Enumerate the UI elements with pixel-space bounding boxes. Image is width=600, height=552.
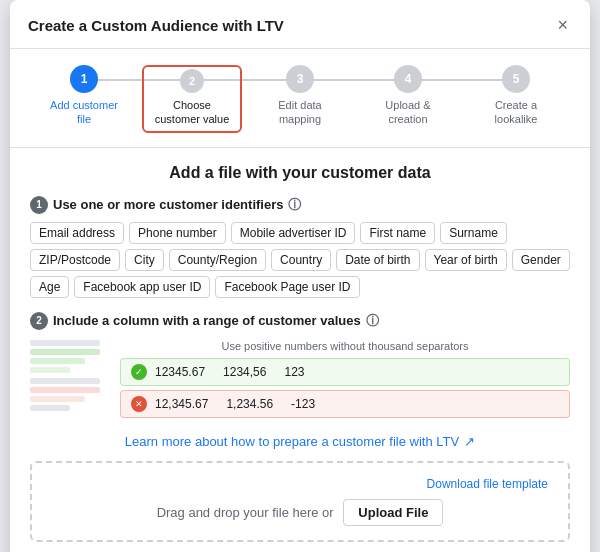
- info-icon[interactable]: ⓘ: [288, 196, 301, 214]
- ltv-info-icon[interactable]: ⓘ: [366, 312, 379, 330]
- step-3-label: Edit data mapping: [260, 98, 340, 127]
- ltv-x-icon: ✕: [131, 396, 147, 412]
- ltv-good-nums: 12345.67 1234,56 123: [155, 365, 304, 379]
- tag-country[interactable]: Country: [271, 249, 331, 271]
- step-2[interactable]: 2 Choose customer value: [138, 65, 246, 133]
- drag-text: Drag and drop your file here or: [157, 505, 334, 520]
- identifiers-heading: 1 Use one or more customer identifiers ⓘ: [30, 196, 570, 214]
- download-template-link[interactable]: Download file template: [427, 477, 548, 491]
- upload-top: Download file template: [52, 477, 548, 491]
- tag-gender[interactable]: Gender: [512, 249, 570, 271]
- identifier-badge: 1: [30, 196, 48, 214]
- ltv-good-val-2: 1234,56: [223, 365, 266, 379]
- tag-surname[interactable]: Surname: [440, 222, 507, 244]
- identifiers-label: Use one or more customer identifiers: [53, 197, 283, 212]
- step-5-label: Create a lookalike: [476, 98, 556, 127]
- ltv-good-val-1: 12345.67: [155, 365, 205, 379]
- learn-more-icon: ↗: [464, 434, 475, 449]
- tag-dob[interactable]: Date of birth: [336, 249, 419, 271]
- ltv-label: Include a column with a range of custome…: [53, 313, 361, 328]
- step-4-circle: 4: [394, 65, 422, 93]
- ltv-illustration: Use positive numbers without thousand se…: [30, 340, 570, 422]
- tag-zip[interactable]: ZIP/Postcode: [30, 249, 120, 271]
- modal-container: Create a Custom Audience with LTV × 1 Ad…: [10, 0, 590, 552]
- step-1-circle: 1: [70, 65, 98, 93]
- tag-fb-page-id[interactable]: Facebook Page user ID: [215, 276, 359, 298]
- ltv-bad-val-3: -123: [291, 397, 315, 411]
- step-2-circle: 2: [180, 69, 204, 93]
- ltv-values-box: Use positive numbers without thousand se…: [120, 340, 570, 422]
- ltv-good-val-3: 123: [284, 365, 304, 379]
- step-1-label: Add customer file: [44, 98, 124, 127]
- tag-yob[interactable]: Year of birth: [425, 249, 507, 271]
- tag-mobile-id[interactable]: Mobile advertiser ID: [231, 222, 356, 244]
- tag-city[interactable]: City: [125, 249, 164, 271]
- modal-body: Add a file with your customer data 1 Use…: [10, 148, 590, 552]
- step-3-circle: 3: [286, 65, 314, 93]
- ltv-helper-text: Use positive numbers without thousand se…: [120, 340, 570, 352]
- tag-email[interactable]: Email address: [30, 222, 124, 244]
- step-5[interactable]: 5 Create a lookalike: [462, 65, 570, 127]
- section-title: Add a file with your customer data: [30, 164, 570, 182]
- tag-fb-app-id[interactable]: Facebook app user ID: [74, 276, 210, 298]
- ltv-check-icon: ✓: [131, 364, 147, 380]
- step-5-circle: 5: [502, 65, 530, 93]
- step-1[interactable]: 1 Add customer file: [30, 65, 138, 127]
- modal-header: Create a Custom Audience with LTV ×: [10, 0, 590, 49]
- upload-drag-row: Drag and drop your file here or Upload F…: [52, 499, 548, 526]
- step-3[interactable]: 3 Edit data mapping: [246, 65, 354, 127]
- ltv-good-row: ✓ 12345.67 1234,56 123: [120, 358, 570, 386]
- step-4-label: Upload & creation: [368, 98, 448, 127]
- upload-area: Download file template Drag and drop you…: [30, 461, 570, 542]
- step-2-label: Choose customer value: [152, 98, 232, 127]
- tag-first-name[interactable]: First name: [360, 222, 435, 244]
- ltv-bad-val-2: 1,234.56: [226, 397, 273, 411]
- ltv-heading: 2 Include a column with a range of custo…: [30, 312, 570, 330]
- learn-more-text: Learn more about how to prepare a custom…: [125, 434, 459, 449]
- tag-phone[interactable]: Phone number: [129, 222, 226, 244]
- ltv-mock-file: [30, 340, 110, 411]
- tag-age[interactable]: Age: [30, 276, 69, 298]
- learn-more-link[interactable]: Learn more about how to prepare a custom…: [30, 434, 570, 449]
- tag-county[interactable]: County/Region: [169, 249, 266, 271]
- stepper: 1 Add customer file 2 Choose customer va…: [10, 49, 590, 148]
- identifier-tags: Email address Phone number Mobile advert…: [30, 222, 570, 298]
- close-button[interactable]: ×: [553, 14, 572, 36]
- ltv-bad-val-1: 12,345.67: [155, 397, 208, 411]
- modal-title: Create a Custom Audience with LTV: [28, 17, 284, 34]
- ltv-badge: 2: [30, 312, 48, 330]
- ltv-bad-nums: 12,345.67 1,234.56 -123: [155, 397, 315, 411]
- step-4[interactable]: 4 Upload & creation: [354, 65, 462, 127]
- upload-file-button[interactable]: Upload File: [343, 499, 443, 526]
- ltv-bad-row: ✕ 12,345.67 1,234.56 -123: [120, 390, 570, 418]
